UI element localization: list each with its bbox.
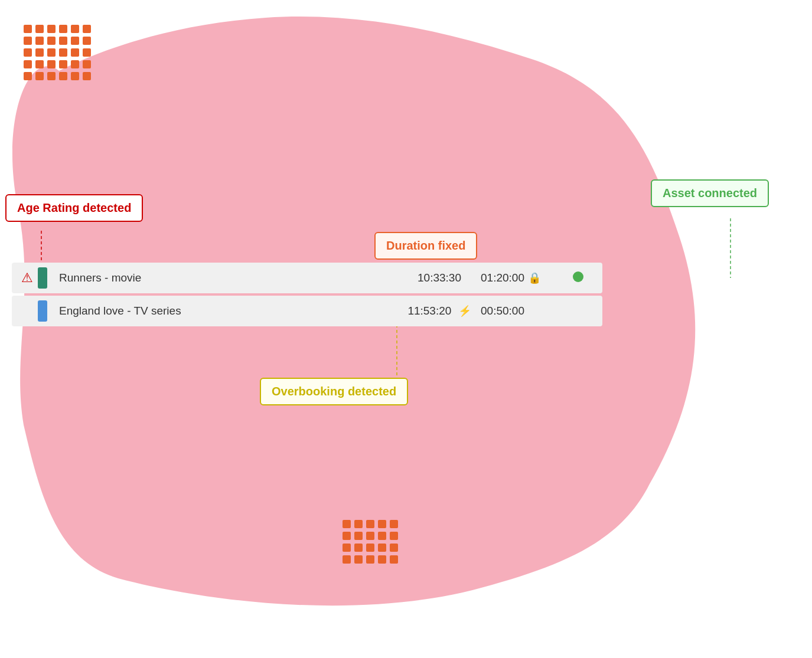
row2-time: 11:53:20 ⚡ <box>398 305 481 317</box>
dot-grid-top-left: (function() { const grid = document.quer… <box>24 25 91 80</box>
asset-connected-callout: Asset connected <box>651 179 769 207</box>
dot-grid-bottom-center: (function() { const grid = document.quer… <box>343 520 398 564</box>
warning-icon: ⚠ <box>21 270 33 286</box>
green-dot-icon <box>573 271 583 282</box>
row2-title: England love - TV series <box>59 305 398 317</box>
asset-connected-label: Asset connected <box>663 186 757 199</box>
lock-icon: 🔒 <box>528 271 541 284</box>
color-bar-row1 <box>38 267 47 289</box>
overbooking-callout: Overbooking detected <box>260 378 408 405</box>
lightning-icon: ⚡ <box>458 305 471 317</box>
table-row: ⚠ England love - TV series 11:53:20 ⚡ 00… <box>12 296 602 326</box>
row1-time: 10:33:30 <box>398 271 481 284</box>
row1-title: Runners - movie <box>59 271 398 284</box>
duration-fixed-callout: Duration fixed <box>374 232 477 260</box>
age-rating-label: Age Rating detected <box>17 201 131 214</box>
schedule-table: ⚠ Runners - movie 10:33:30 01:20:00 🔒 ⚠ … <box>12 263 602 329</box>
age-rating-callout: Age Rating detected <box>5 194 143 222</box>
row1-duration: 01:20:00 🔒 <box>481 271 563 284</box>
overbooking-label: Overbooking detected <box>272 385 396 398</box>
row2-duration: 00:50:00 <box>481 305 563 317</box>
table-row: ⚠ Runners - movie 10:33:30 01:20:00 🔒 <box>12 263 602 293</box>
row1-status <box>563 271 593 285</box>
color-bar-row2 <box>38 300 47 322</box>
duration-fixed-label: Duration fixed <box>386 239 465 252</box>
